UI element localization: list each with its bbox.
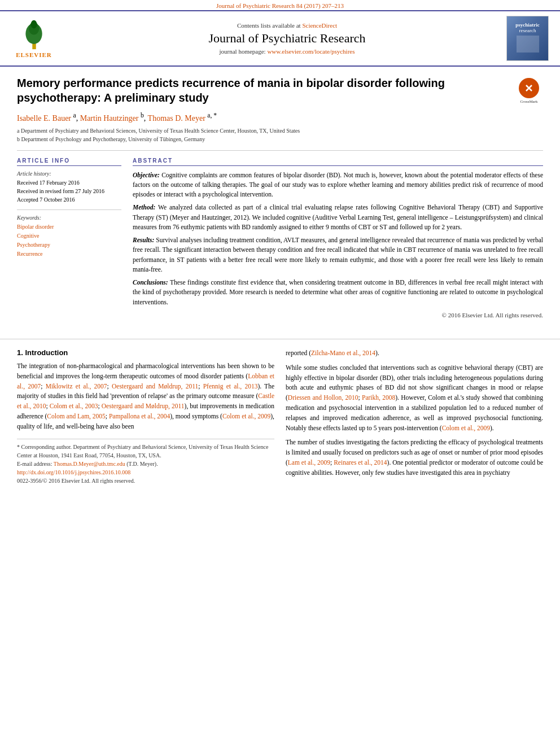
history-label: Article history: bbox=[17, 171, 121, 177]
keyword-recurrence[interactable]: Recurrence bbox=[17, 250, 121, 259]
email-line: E-mail address: Thomas.D.Meyer@uth.tmc.e… bbox=[17, 460, 274, 468]
journal-info-center: Contents lists available at ScienceDirec… bbox=[68, 22, 506, 55]
ref-colom-lam[interactable]: Colom and Lam, 2005 bbox=[47, 413, 106, 420]
abstract-objective: Objective: Cognitive complaints are comm… bbox=[133, 171, 543, 200]
revised-date: Received in revised form 27 July 2016 bbox=[17, 187, 121, 195]
abstract-heading: ABSTRACT bbox=[133, 158, 543, 166]
article-info-heading: ARTICLE INFO bbox=[17, 158, 121, 166]
body-right-column: reported (Zilcha-Mano et al., 2014). Whi… bbox=[286, 348, 543, 485]
keywords-label: Keywords: bbox=[17, 215, 121, 221]
ref-pampallona[interactable]: Pampallona et al., 2004 bbox=[109, 413, 170, 420]
abstract-conclusions: Conclusions: These findings constitute f… bbox=[133, 278, 543, 307]
journal-header: ELSEVIER Contents lists available at Sci… bbox=[0, 10, 560, 67]
intro-paragraph-1: The integration of non-pharmacological a… bbox=[17, 361, 274, 432]
affiliations: a Department of Psychiatry and Behaviora… bbox=[17, 126, 543, 143]
intro-paragraph-right-2: While some studies concluded that interv… bbox=[286, 363, 543, 434]
ref-reinares[interactable]: Reinares et al., 2014 bbox=[334, 459, 387, 466]
ref-driessen[interactable]: Driessen and Hollon, 2010 bbox=[288, 394, 358, 401]
author-bauer[interactable]: Isabelle E. Bauer bbox=[17, 114, 71, 123]
corresponding-author: * Corresponding author. Department of Ps… bbox=[17, 443, 274, 460]
received-date: Received 17 February 2016 bbox=[17, 178, 121, 187]
abstract-section: ABSTRACT Objective: Cognitive complaints… bbox=[133, 158, 543, 318]
ref-zilcha[interactable]: Zilcha-Mano et al., 2014 bbox=[311, 350, 375, 356]
ref-oestergaard[interactable]: Oestergaard and Møldrup, 2011 bbox=[112, 383, 198, 390]
sciencedirect-link[interactable]: ScienceDirect bbox=[302, 22, 337, 29]
crossmark-svg bbox=[523, 82, 535, 94]
info-abstract-section: ARTICLE INFO Article history: Received 1… bbox=[17, 150, 543, 318]
keyword-cognitive[interactable]: Cognitive bbox=[17, 231, 121, 241]
keywords-list: Bipolar disorder Cognitive Psychotherapy… bbox=[17, 222, 121, 259]
ref-pfennig[interactable]: Pfennig et al., 2013 bbox=[203, 383, 258, 390]
journal-title: Journal of Psychiatric Research bbox=[68, 31, 506, 46]
conclusions-label: Conclusions: bbox=[133, 279, 168, 286]
intro-paragraph-right-1: reported (Zilcha-Mano et al., 2014). bbox=[286, 348, 543, 359]
author-meyer[interactable]: Thomas D. Meyer bbox=[148, 114, 205, 123]
crossmark-label: CrossMark bbox=[520, 99, 537, 104]
ref-colom2009[interactable]: Colom et al., 2009 bbox=[222, 413, 270, 420]
results-text: Survival analyses including treatment co… bbox=[133, 237, 543, 273]
body-left-column: 1. Introduction The integration of non-p… bbox=[17, 348, 274, 485]
elsevier-logo: ELSEVIER bbox=[11, 19, 56, 58]
contents-line: Contents lists available at ScienceDirec… bbox=[68, 22, 506, 29]
doi-line[interactable]: http://dx.doi.org/10.1016/j.jpsychires.2… bbox=[17, 468, 274, 477]
affiliation-a: a Department of Psychiatry and Behaviora… bbox=[17, 126, 543, 135]
objective-label: Objective: bbox=[133, 172, 160, 178]
info-divider bbox=[17, 209, 121, 210]
ref-colom2009b[interactable]: Colom et al., 2009 bbox=[442, 425, 490, 431]
ref-colom2003[interactable]: Colom et al., 2003 bbox=[50, 403, 98, 409]
section-divider bbox=[0, 339, 560, 339]
keyword-psychotherapy[interactable]: Psychotherapy bbox=[17, 241, 121, 250]
objective-text: Cognitive complaints are common features… bbox=[133, 172, 543, 198]
journal-cover-image: psychiatric research bbox=[506, 16, 549, 61]
elsevier-text: ELSEVIER bbox=[16, 51, 52, 58]
ref-lam[interactable]: Lam et al., 2009 bbox=[288, 459, 330, 466]
history-content: Received 17 February 2016 Received in re… bbox=[17, 178, 121, 204]
main-content: Memory performance predicts recurrence o… bbox=[0, 67, 560, 330]
ref-parikh[interactable]: Parikh, 2008 bbox=[362, 394, 395, 401]
journal-reference: Journal of Psychiatric Research 84 (2017… bbox=[0, 0, 560, 10]
article-title: Memory performance predicts recurrence o… bbox=[17, 76, 508, 105]
affiliation-b: b Department of Psychology and Psychothe… bbox=[17, 135, 543, 143]
abstract-results: Results: Survival analyses including tre… bbox=[133, 235, 543, 274]
crossmark-icon bbox=[519, 78, 539, 98]
crossmark-logo: CrossMark bbox=[515, 78, 543, 104]
abstract-text: Objective: Cognitive complaints are comm… bbox=[133, 171, 543, 307]
intro-paragraph-right-3: The number of studies investigating the … bbox=[286, 438, 543, 478]
keyword-bipolar[interactable]: Bipolar disorder bbox=[17, 222, 121, 231]
ref-miklowitz[interactable]: Miklowitz et al., 2007 bbox=[46, 383, 107, 390]
authors-line: Isabelle E. Bauer a, Martin Hautzinger b… bbox=[17, 112, 543, 123]
svg-point-3 bbox=[30, 20, 37, 28]
homepage-line: journal homepage: www.elsevier.com/locat… bbox=[68, 48, 506, 55]
author-hautzinger[interactable]: Martin Hautzinger bbox=[80, 114, 139, 123]
abstract-method: Method: We analyzed data collected as pa… bbox=[133, 203, 543, 232]
results-label: Results: bbox=[133, 237, 154, 243]
accepted-date: Accepted 7 October 2016 bbox=[17, 195, 121, 204]
elsevier-tree-icon bbox=[19, 19, 50, 50]
footnote-area: * Corresponding author. Department of Ps… bbox=[17, 439, 274, 485]
introduction-heading: 1. Introduction bbox=[17, 348, 274, 357]
email-person: (T.D. Meyer). bbox=[126, 461, 158, 467]
method-text: We analyzed data collected as part of a … bbox=[133, 204, 543, 230]
article-info-column: ARTICLE INFO Article history: Received 1… bbox=[17, 158, 121, 318]
article-title-area: Memory performance predicts recurrence o… bbox=[17, 76, 543, 105]
conclusions-text: These findings constitute first evidence… bbox=[133, 279, 543, 305]
email-address[interactable]: Thomas.D.Meyer@uth.tmc.edu bbox=[54, 461, 125, 467]
body-content: 1. Introduction The integration of non-p… bbox=[0, 348, 560, 485]
method-label: Method: bbox=[133, 204, 155, 211]
ref-oestergaard2[interactable]: Oestergaard and Møldrup, 2011 bbox=[102, 403, 185, 409]
issn-line: 0022-3956/© 2016 Elsevier Ltd. All right… bbox=[17, 477, 274, 485]
homepage-url[interactable]: www.elsevier.com/locate/psychires bbox=[267, 48, 355, 55]
copyright-line: © 2016 Elsevier Ltd. All rights reserved… bbox=[133, 312, 543, 318]
